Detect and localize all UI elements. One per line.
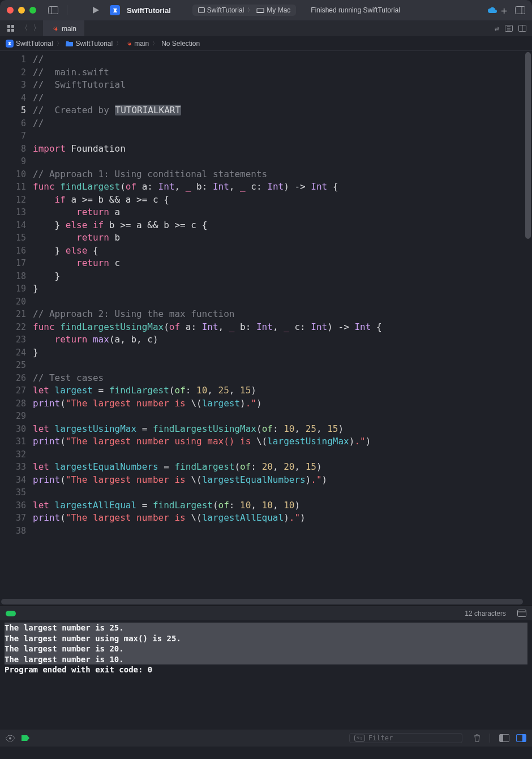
line-number[interactable]: 38 [0,525,26,538]
run-button[interactable] [92,6,100,14]
line-number[interactable]: 24 [0,346,26,359]
scrollbar-vertical[interactable] [524,51,532,598]
console-line: The largest number using max() is 25. [5,633,527,644]
line-number[interactable]: 25 [0,359,26,372]
svg-rect-5 [516,7,525,14]
line-number[interactable]: 6 [0,117,26,130]
line-number[interactable]: 22 [0,321,26,334]
history-icon[interactable]: ⇄ [495,24,499,33]
code-line: // Approach 2: Using the max function [33,308,524,321]
divider [67,5,67,15]
chevron-right-icon: 〉 [152,40,158,48]
code-line: // [33,117,524,130]
line-number[interactable]: 9 [0,155,26,168]
line-number[interactable]: 4 [0,92,26,105]
tabbar: 〈 〉 main ⇄ [0,20,532,36]
code-line: // Approach 1: Using conditional stateme… [33,168,524,181]
line-number[interactable]: 29 [0,410,26,423]
jump-symbol[interactable]: No Selection [161,40,200,48]
line-number[interactable]: 28 [0,397,26,410]
sidebar-toggle-icon[interactable] [48,6,59,15]
line-number[interactable]: 3 [0,79,26,92]
project-icon [6,40,14,48]
line-number[interactable]: 8 [0,143,26,156]
filter-scope-icon: ⌥⇧ [354,735,365,741]
line-number[interactable]: 15 [0,231,26,245]
related-items-icon[interactable] [3,20,18,36]
jump-project-label: SwiftTutorial [16,40,53,48]
filter-field[interactable]: ⌥⇧ Filter [349,733,462,743]
line-number[interactable]: 26 [0,372,26,385]
line-number[interactable]: 27 [0,384,26,397]
line-number[interactable]: 31 [0,435,26,448]
line-number[interactable]: 23 [0,333,26,346]
breakpoint-icon[interactable] [22,735,29,741]
scheme-selector[interactable]: SwiftTutorial 〉 My Mac [192,5,297,16]
add-button[interactable]: + [501,5,507,16]
line-number[interactable]: 1 [0,53,26,66]
scrollbar-horizontal[interactable] [1,599,523,604]
variables-view-toggle[interactable] [499,734,509,742]
code-line [33,155,524,168]
jump-folder[interactable]: SwiftTutorial [66,40,113,48]
code-line: } else { [33,245,524,258]
line-number[interactable]: 32 [0,448,26,461]
jump-project[interactable]: SwiftTutorial [6,40,53,48]
line-number[interactable]: 33 [0,461,26,474]
line-number[interactable]: 12 [0,194,26,207]
close-window-button[interactable] [7,7,14,14]
line-number[interactable]: 35 [0,486,26,499]
line-number[interactable]: 30 [0,423,26,436]
build-status: Finished running SwiftTutorial [311,6,477,14]
chevron-right-icon: 〉 [116,40,122,48]
svg-rect-0 [49,7,58,14]
code-line: return b [33,231,524,245]
svg-rect-7 [7,25,10,28]
forward-button[interactable]: 〉 [31,20,43,36]
code-line: // Test cases [33,372,524,385]
line-number[interactable]: 34 [0,474,26,487]
code-line: // [33,53,524,66]
tab-main[interactable]: main [43,20,84,36]
svg-rect-8 [11,25,14,28]
tab-label: main [62,25,76,33]
line-number[interactable]: 10 [0,168,26,181]
code-line [33,525,524,538]
line-number[interactable]: 18 [0,270,26,283]
line-number[interactable]: 7 [0,130,26,143]
library-toggle-icon[interactable] [515,6,525,14]
jump-file[interactable]: main [125,40,149,48]
code-line [33,130,524,143]
editor: 1234567891011121314151617181920212223242… [0,51,532,598]
line-number[interactable]: 21 [0,308,26,321]
view-icon[interactable] [6,735,15,741]
cloud-icon[interactable] [487,7,496,14]
line-number[interactable]: 17 [0,257,26,270]
console-output[interactable]: The largest number is 25.The largest num… [0,620,532,730]
adjust-editor-icon[interactable] [505,25,513,32]
line-number[interactable]: 20 [0,295,26,308]
console-line: The largest number is 25. [5,623,527,633]
swift-file-icon [51,25,58,32]
line-number[interactable]: 2 [0,66,26,79]
line-number[interactable]: 16 [0,245,26,258]
inspector-icon[interactable] [517,610,526,617]
line-number[interactable]: 13 [0,206,26,219]
jump-file-label: main [134,40,149,48]
line-number[interactable]: 5 [0,104,26,117]
line-number[interactable]: 37 [0,512,26,525]
code-line: return max(a, b, c) [33,333,524,346]
line-number[interactable]: 36 [0,499,26,512]
code-area[interactable]: //// main.swift// SwiftTutorial//// Crea… [33,51,524,598]
back-button[interactable]: 〈 [18,20,31,36]
add-editor-icon[interactable] [518,25,526,32]
line-number[interactable]: 11 [0,181,26,194]
console-view-toggle[interactable] [516,734,526,742]
line-number[interactable]: 14 [0,219,26,232]
code-line: print("The largest number is \(largestEq… [33,474,524,487]
line-number[interactable]: 19 [0,282,26,295]
trash-icon[interactable] [474,734,480,742]
minimize-window-button[interactable] [18,7,25,14]
code-line: return a [33,206,524,219]
zoom-window-button[interactable] [29,7,36,14]
